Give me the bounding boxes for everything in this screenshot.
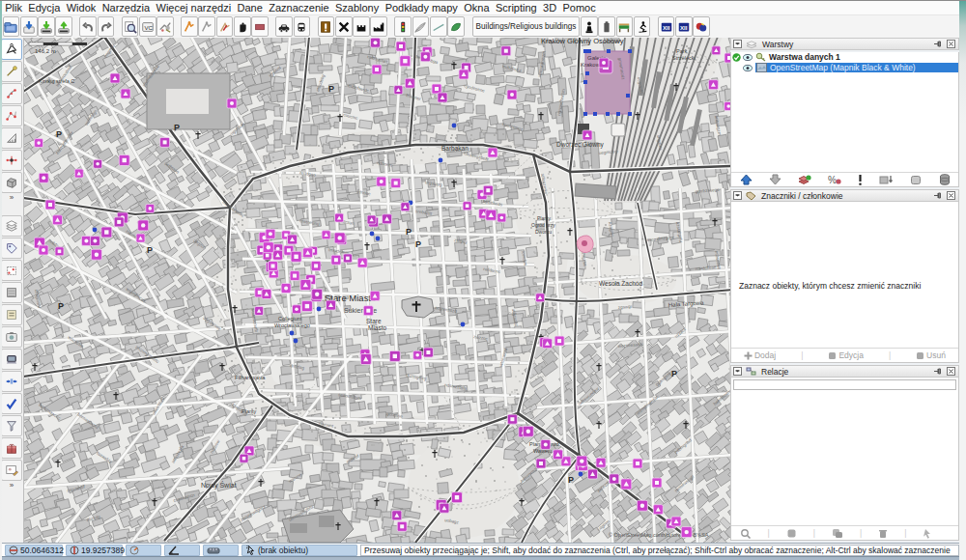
svg-text:P: P xyxy=(56,129,62,139)
svg-text:Strzelecki: Strzelecki xyxy=(672,55,696,61)
svg-text:146,2 m: 146,2 m xyxy=(35,48,56,54)
svg-text:VC: VC xyxy=(144,23,153,30)
svg-text:Filharmonia: Filharmonia xyxy=(235,375,266,380)
svg-text:P: P xyxy=(415,239,421,249)
svg-text:XII: XII xyxy=(680,23,688,30)
svg-text:Miasto: Miasto xyxy=(368,324,387,331)
svg-text:P: P xyxy=(58,301,64,311)
svg-text:Planty: Planty xyxy=(537,215,551,221)
svg-text:P: P xyxy=(406,227,412,237)
svg-text:Collegium: Collegium xyxy=(278,316,302,322)
svg-text:P: P xyxy=(147,245,153,255)
svg-text:P: P xyxy=(174,123,180,132)
svg-text:%: % xyxy=(828,175,837,185)
svg-text:Dworcu: Dworcu xyxy=(535,229,552,235)
svg-text:P: P xyxy=(671,369,677,378)
svg-text:Barbakan: Barbakan xyxy=(441,145,469,152)
svg-text:Park: Park xyxy=(676,48,688,54)
svg-text:Wrocławskiego: Wrocławskiego xyxy=(274,322,310,328)
svg-text:Planty: Planty xyxy=(242,408,257,414)
svg-text:Stare: Stare xyxy=(366,318,382,324)
svg-text:Dworzec Główny: Dworzec Główny xyxy=(556,141,605,149)
svg-text:Kimkig strefa C: Kimkig strefa C xyxy=(39,78,74,84)
svg-text:Kraków Główny Osobowy: Kraków Główny Osobowy xyxy=(541,38,624,45)
svg-text:XII: XII xyxy=(663,23,670,30)
svg-text:P: P xyxy=(328,84,334,94)
svg-text:© OpenStreetMap contributors,: © OpenStreetMap contributors, CC-BY-SA xyxy=(609,532,709,538)
svg-text:Nowy Świat: Nowy Świat xyxy=(201,481,237,490)
svg-text:Wesoła Zachód: Wesoła Zachód xyxy=(599,280,642,287)
svg-text:P: P xyxy=(568,475,574,485)
svg-text:Ogród przy: Ogród przy xyxy=(531,222,555,228)
